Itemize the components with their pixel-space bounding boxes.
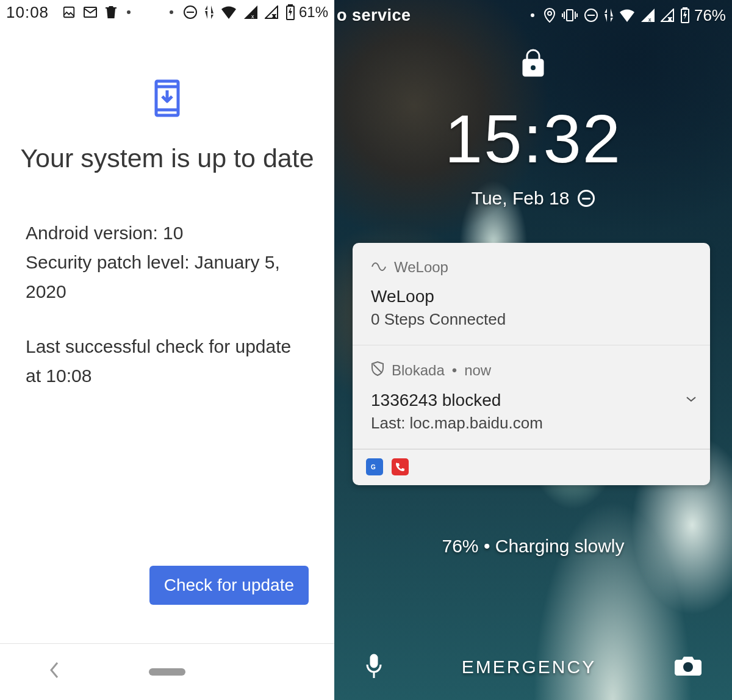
check-update-button[interactable]: Check for update [149, 566, 309, 605]
dnd-icon [584, 8, 598, 23]
battery-icon [680, 7, 690, 23]
notification-weloop[interactable]: WeLoop WeLoop 0 Steps Connected [353, 243, 710, 345]
lock-date: Tue, Feb 18 [472, 188, 570, 209]
picture-icon [62, 5, 76, 19]
notif-title: 1336243 blocked [371, 391, 692, 410]
data-icon [205, 5, 214, 19]
status-bar-right: o service x x 76% [334, 0, 732, 31]
update-phone-icon [154, 79, 180, 120]
svg-text:x: x [669, 16, 672, 22]
dnd-indicator-icon [578, 190, 595, 207]
vibrate-icon [562, 9, 578, 22]
separator-dot [170, 10, 173, 14]
svg-text:x: x [273, 13, 276, 19]
nav-bar [0, 644, 334, 700]
notification-app-strip: G [353, 449, 710, 485]
svg-point-10 [548, 12, 551, 15]
notif-subtext: Last: loc.map.baidu.com [371, 414, 692, 433]
back-button[interactable] [49, 661, 60, 684]
lock-column: 15:32 Tue, Feb 18 [334, 31, 732, 209]
more-indicator-icon [127, 10, 131, 14]
signal2-icon: x [661, 9, 674, 22]
version-info: Android version: 10 Security patch level… [26, 218, 309, 306]
svg-rect-11 [567, 10, 573, 21]
lock-clock: 15:32 [445, 105, 622, 173]
svg-text:x: x [648, 16, 651, 22]
notif-subtext: 0 Steps Connected [371, 310, 692, 329]
voice-assist-button[interactable] [365, 652, 383, 682]
home-pill[interactable] [149, 668, 185, 676]
svg-text:G: G [371, 464, 376, 471]
battery-icon [285, 4, 295, 20]
phone-app-icon[interactable] [392, 458, 409, 475]
status-time: 10:08 [6, 3, 49, 22]
page-title: Your system is up to date [3, 140, 331, 176]
battery-percent: 61% [299, 4, 328, 21]
svg-rect-0 [64, 7, 74, 18]
data-icon [605, 9, 613, 22]
location-icon [544, 8, 556, 23]
notif-app-name: WeLoop [394, 259, 448, 276]
camera-button[interactable] [675, 655, 702, 679]
mail-icon [83, 5, 98, 19]
charging-status: 76% • Charging slowly [334, 536, 732, 557]
svg-rect-25 [371, 655, 377, 667]
lock-icon [520, 48, 546, 81]
signal-icon: x [641, 9, 655, 22]
notif-app-name: Blokada [392, 362, 445, 379]
translate-app-icon[interactable]: G [366, 458, 383, 475]
svg-text:x: x [251, 13, 254, 19]
notification-blokada[interactable]: Blokada • now 1336243 blocked Last: loc.… [353, 345, 710, 449]
lock-bottom-row: EMERGENCY [334, 652, 732, 682]
signal2-icon: x [265, 5, 278, 19]
notif-time: now [464, 362, 491, 379]
trash-icon [105, 5, 117, 20]
svg-point-22 [531, 65, 536, 70]
svg-point-26 [683, 662, 693, 672]
lock-screen: o service x x 76% 15:32 [334, 0, 732, 700]
wifi-icon [619, 9, 635, 22]
wifi-icon [221, 5, 237, 19]
blokada-app-icon [371, 361, 384, 380]
carrier-label: o service [337, 6, 411, 25]
signal-icon: x [244, 5, 257, 19]
notif-title: WeLoop [371, 287, 692, 306]
notification-shade: WeLoop WeLoop 0 Steps Connected Blokada … [353, 243, 710, 485]
svg-rect-20 [683, 7, 687, 9]
separator-dot [531, 13, 534, 17]
lock-date-row: Tue, Feb 18 [472, 188, 595, 209]
last-check-info: Last successful check for update at 10:0… [26, 332, 309, 391]
svg-rect-6 [289, 4, 292, 6]
status-bar-left: 10:08 x x 61% [0, 0, 334, 24]
dnd-icon [183, 5, 198, 20]
emergency-button[interactable]: EMERGENCY [462, 657, 596, 677]
weloop-app-icon [371, 259, 387, 276]
battery-percent: 76% [694, 6, 726, 25]
chevron-down-icon[interactable] [686, 391, 697, 406]
system-update-screen: 10:08 x x 61% [0, 0, 334, 700]
